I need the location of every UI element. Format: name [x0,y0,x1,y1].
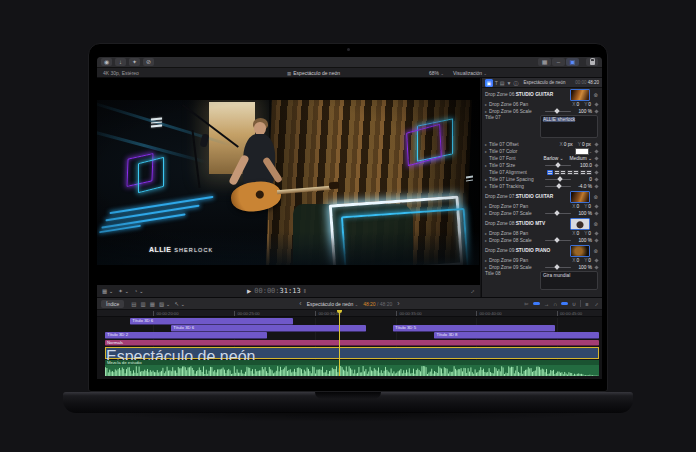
slider-knob[interactable] [555,162,561,168]
value-field[interactable]: 100 % [574,109,592,114]
value-field[interactable]: 0 [588,258,591,263]
value-field[interactable]: 0 [588,102,591,107]
title-clip[interactable]: Título 3D 8 [434,332,599,339]
keyframe-icon[interactable] [594,156,598,160]
skimming-toggle-icon[interactable] [533,302,540,305]
effects-tool[interactable]: ✦ ⌄ [118,288,129,294]
keyframe-icon[interactable] [594,109,598,113]
audio-meters-icon[interactable]: ‖ [304,288,305,294]
zoom-menu-tool-icon[interactable]: ▧ ⌄ [159,301,170,307]
project-title-menu[interactable]: ▦ Espectáculo de neón [287,70,340,76]
dropzone-thumbnail[interactable] [570,89,590,101]
keyframe-icon[interactable] [594,204,598,208]
value-field[interactable]: 0 [588,204,591,209]
clip-appearance-3-icon[interactable]: ▦ [150,301,155,307]
value-field[interactable]: 100.0 [574,163,592,168]
text-input[interactable]: ALLIE sherlock [540,115,598,138]
clear-dropzone-button[interactable]: ⊗ [593,248,598,254]
keyframe-icon[interactable] [594,170,598,174]
clip-appearance-2-icon[interactable]: ▥ [141,301,146,307]
value-field[interactable]: 0 [576,231,579,236]
timeline-expand-icon[interactable]: ↔ [591,299,599,307]
keyword-editor-button[interactable]: ✦ [129,58,140,66]
value-field[interactable]: 0 [574,177,592,182]
trim-tool-icon[interactable]: ✂ [524,301,529,307]
lock-button[interactable] [586,58,598,66]
viewer-layout-button[interactable]: – [552,58,565,66]
slider-knob[interactable] [556,183,562,189]
generator-inspector-tab[interactable]: ▤ [500,79,505,87]
value-field[interactable]: -4.0 % [574,184,592,189]
video-inspector-tab[interactable]: ▣ [485,79,493,87]
font-weight-select[interactable]: Medium ⌄ [570,156,592,161]
keyframe-icon[interactable] [594,184,598,188]
keyframe-icon[interactable] [594,177,598,181]
clear-dropzone-button[interactable]: ⊗ [593,92,598,98]
keyframe-icon[interactable] [594,258,598,262]
align-option-4[interactable] [573,170,579,175]
timeline-project-select[interactable]: Espectáculo de neón ⌄ [307,301,358,307]
solo-toggle-icon[interactable]: ∩ [553,301,557,307]
keyframe-icon[interactable] [594,149,598,153]
title-clip[interactable]: Título 3D 6 [130,318,293,325]
value-field[interactable]: 100 % [574,211,592,216]
dropzone-thumbnail[interactable] [570,245,590,257]
font-family-select[interactable]: Barlow ⌄ [544,156,564,161]
browser-layout-button[interactable]: ▦ [538,58,551,66]
audio-skimming-toggle-icon[interactable]: → [544,301,550,307]
value-field[interactable]: 100 % [574,265,592,270]
keyframe-icon[interactable] [594,238,598,242]
align-option-1[interactable] [554,170,560,175]
keyframe-icon[interactable] [594,211,598,215]
playhead[interactable] [339,310,340,376]
timeline-layout-button[interactable]: ▣ [566,58,579,66]
clip-appearance-1-icon[interactable]: ▤ [131,301,136,307]
slider-knob[interactable] [555,264,561,270]
snapping-toggle-icon[interactable] [561,302,568,305]
color-well[interactable] [575,148,589,155]
info-inspector-tab[interactable]: ⓘ [513,79,518,87]
align-option-6[interactable] [586,170,592,175]
retime-tool[interactable]: ◔ ⌄ [134,288,143,294]
value-field[interactable]: 100 % [574,238,592,243]
view-select[interactable]: Visualización ⌄ [453,70,487,76]
value-field[interactable]: 0 px [564,142,573,147]
slider-knob[interactable] [555,237,561,243]
keyframe-icon[interactable] [594,142,598,146]
next-project-arrow[interactable]: › [397,300,399,307]
align-option-3[interactable] [567,170,573,175]
clear-dropzone-button[interactable]: ⊗ [593,221,598,227]
expand-viewer-icon[interactable]: ↔ [468,287,476,295]
dropzone-thumbnail[interactable] [570,218,590,230]
slider[interactable] [545,267,571,269]
slider-knob[interactable] [557,176,563,182]
slider-knob[interactable] [555,210,561,216]
audio-clip[interactable]: Mezcla de estudio [105,360,599,376]
play-button[interactable]: ▶ [247,288,251,294]
zoom-select[interactable]: 68% ⌄ [429,70,444,76]
index-button[interactable]: Índice [101,300,124,308]
align-option-0[interactable] [547,170,553,175]
clip-list-toggle-icon[interactable]: ≡ [585,301,588,307]
slider[interactable] [545,213,571,215]
magnet-toggle-icon[interactable]: ∪ [572,301,576,307]
slider[interactable] [545,179,571,181]
previous-project-arrow[interactable]: ‹ [299,300,301,307]
background-tasks-button[interactable]: ⊘ [143,58,154,66]
storyline-clip[interactable]: Espectáculo de neón [105,347,599,359]
download-button[interactable]: ↓ [115,58,126,66]
value-field[interactable]: 0 px [582,142,591,147]
keyframe-icon[interactable] [594,102,598,106]
slider[interactable] [545,186,571,188]
viewer-options-tool[interactable]: ▦ ⌄ [102,288,113,294]
slider[interactable] [545,240,571,242]
value-field[interactable]: 0 [588,231,591,236]
text-input[interactable]: Gira mundial [540,271,598,290]
value-field[interactable]: 0 [576,258,579,263]
keyframe-icon[interactable] [594,265,598,269]
title-clip[interactable]: Título 3D 5 [393,325,555,332]
title-clip[interactable]: Título 3D 2 [105,332,267,339]
value-field[interactable]: 0 [576,102,579,107]
select-tool-icon[interactable]: ↖ ⌄ [174,301,185,307]
align-option-5[interactable] [580,170,586,175]
